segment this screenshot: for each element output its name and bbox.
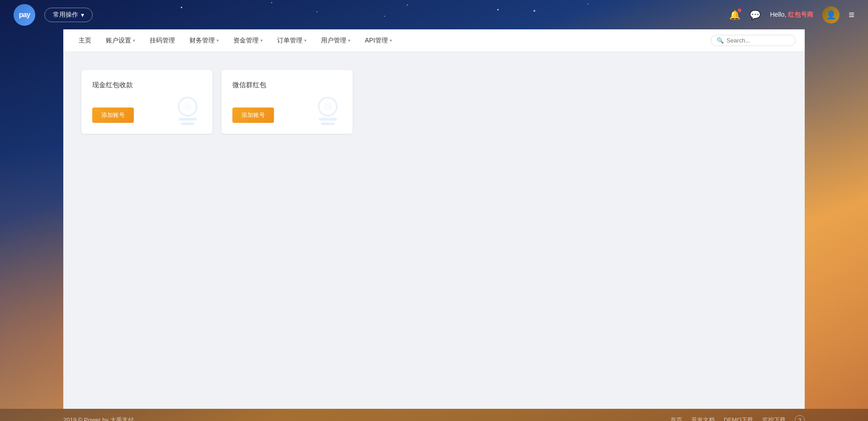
username-text: 红包号商: [788, 11, 813, 18]
footer-link-monitor[interactable]: 监控下载: [762, 416, 786, 421]
hamburger-menu-button[interactable]: ≡: [849, 9, 854, 21]
nav-item-account[interactable]: 账户设置 ▾: [99, 29, 142, 51]
top-navbar: pay 常用操作 ▾ 🔔 💬 Hello, 红包号商 👤 ≡: [0, 0, 868, 29]
svg-rect-6: [319, 118, 337, 121]
svg-rect-2: [179, 118, 197, 121]
top-right-area: 🔔 💬 Hello, 红包号商 👤 ≡: [729, 6, 854, 23]
card-cash-hongbao: 现金红包收款 添加账号: [81, 70, 212, 134]
card-watermark-2: [310, 93, 346, 129]
cards-row: 现金红包收款 添加账号 微信群红包 添加账号: [72, 61, 796, 143]
chevron-down-icon: ▾: [133, 38, 135, 43]
main-container: 主页 账户设置 ▾ 挂码管理 财务管理 ▾ 资金管理 ▾ 订单管理 ▾: [63, 29, 805, 409]
nav-item-home[interactable]: 主页: [72, 29, 98, 51]
message-button[interactable]: 💬: [750, 9, 761, 20]
chevron-down-icon: ▾: [390, 38, 392, 43]
quick-ops-button[interactable]: 常用操作 ▾: [44, 8, 93, 22]
hello-text: Hello, 红包号商: [770, 11, 813, 19]
chevron-down-icon: ▾: [81, 11, 84, 19]
help-button[interactable]: ?: [795, 415, 805, 421]
card-title-2: 微信群红包: [232, 81, 342, 89]
footer-link-docs[interactable]: 开发文档: [691, 416, 715, 421]
add-account-button-1[interactable]: 添加账号: [92, 108, 134, 123]
svg-rect-7: [321, 122, 335, 125]
nav-item-hangma[interactable]: 挂码管理: [143, 29, 181, 51]
card-title-1: 现金红包收款: [92, 81, 202, 89]
avatar[interactable]: 👤: [822, 6, 840, 23]
content-area: 现金红包收款 添加账号 微信群红包 添加账号: [63, 52, 805, 404]
nav-item-orders[interactable]: 订单管理 ▾: [271, 29, 313, 51]
svg-rect-3: [181, 122, 194, 125]
nav-item-api[interactable]: API管理 ▾: [359, 29, 398, 51]
nav-items: 主页 账户设置 ▾ 挂码管理 财务管理 ▾ 资金管理 ▾ 订单管理 ▾: [72, 29, 398, 51]
copyright-text: 2019 © Power by 大禹支付: [63, 416, 134, 421]
chevron-down-icon: ▾: [304, 38, 307, 43]
search-icon: 🔍: [717, 37, 724, 44]
search-input[interactable]: [726, 37, 790, 44]
card-wechat-hongbao: 微信群红包 添加账号: [222, 70, 353, 134]
footer: 2019 © Power by 大禹支付 首页 开发文档 DEMO下载 监控下载…: [0, 409, 868, 421]
footer-link-demo[interactable]: DEMO下载: [724, 416, 753, 421]
chevron-down-icon: ▾: [348, 38, 350, 43]
svg-point-1: [183, 102, 192, 111]
svg-point-5: [323, 102, 332, 111]
logo-area: pay 常用操作 ▾: [14, 4, 93, 26]
secondary-navbar: 主页 账户设置 ▾ 挂码管理 财务管理 ▾ 资金管理 ▾ 订单管理 ▾: [63, 29, 805, 52]
card-watermark-1: [170, 93, 206, 129]
add-account-button-2[interactable]: 添加账号: [232, 108, 274, 123]
notification-dot: [738, 9, 741, 12]
footer-links: 首页 开发文档 DEMO下载 监控下载 ?: [670, 415, 805, 421]
footer-link-home[interactable]: 首页: [670, 416, 682, 421]
nav-item-funds[interactable]: 资金管理 ▾: [227, 29, 269, 51]
notification-bell-button[interactable]: 🔔: [729, 9, 741, 20]
chevron-down-icon: ▾: [260, 38, 263, 43]
chevron-down-icon: ▾: [217, 38, 219, 43]
logo: pay: [14, 4, 35, 26]
nav-item-finance[interactable]: 财务管理 ▾: [183, 29, 225, 51]
nav-item-users[interactable]: 用户管理 ▾: [315, 29, 357, 51]
search-box[interactable]: 🔍: [711, 35, 796, 46]
